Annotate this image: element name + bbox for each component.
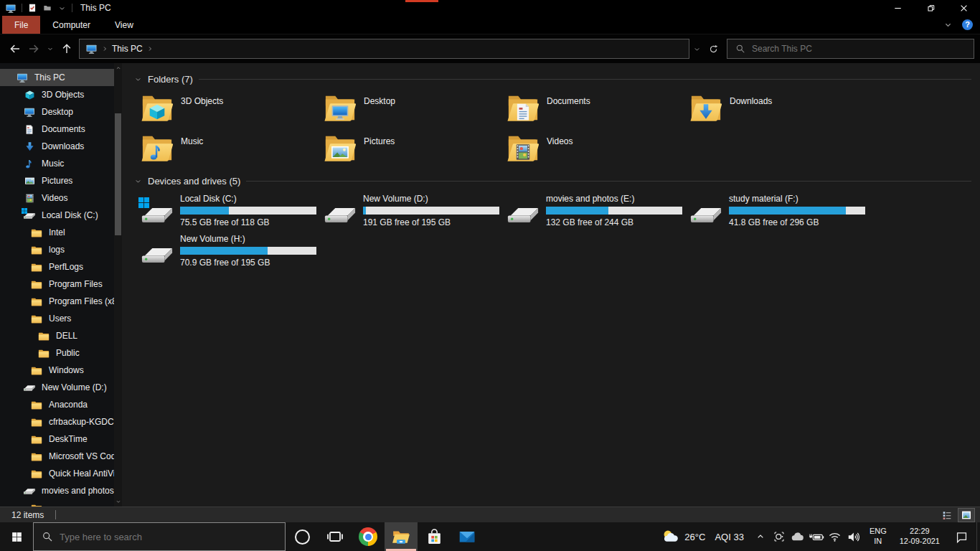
collapse-chevron-icon[interactable] (133, 176, 143, 186)
sidebar-item-public[interactable]: Public (0, 344, 122, 362)
details-view-button[interactable] (939, 509, 955, 522)
search-input[interactable] (752, 44, 966, 54)
tab-computer[interactable]: Computer (40, 16, 103, 34)
folder-tile-3d-objects[interactable]: 3D Objects (141, 90, 324, 131)
sidebar-item-label: PerfLogs (49, 262, 83, 272)
new-folder-icon[interactable] (42, 3, 52, 13)
refresh-button[interactable] (704, 39, 722, 58)
weather-widget[interactable]: 26°C AQI 33 (654, 528, 751, 546)
sidebar-item-3d-objects[interactable]: 3D Objects (0, 86, 122, 103)
language-indicator[interactable]: ENG IN (863, 527, 893, 547)
tab-view[interactable]: View (103, 16, 146, 34)
sidebar-item-item[interactable] (0, 499, 122, 507)
breadcrumb-chevron-icon[interactable] (144, 44, 156, 53)
drive-tile-new-volume-h[interactable]: New Volume (H:)70.9 GB free of 195 GB (141, 234, 324, 274)
sidebar-item-documents[interactable]: Documents (0, 121, 122, 138)
collapse-chevron-icon[interactable] (133, 75, 143, 84)
sidebar-item-movies-and-photos[interactable]: movies and photos ( (0, 482, 122, 499)
recent-locations-icon[interactable] (43, 39, 57, 58)
minimize-button[interactable] (881, 0, 914, 16)
folder-tile-label: Documents (547, 96, 590, 131)
sidebar-item-label: DELL (56, 331, 77, 341)
show-desktop-button[interactable] (976, 522, 980, 551)
cortana-button[interactable] (286, 522, 319, 551)
volume-icon[interactable] (844, 530, 863, 544)
drive-icon (689, 204, 722, 234)
folder-tile-videos[interactable]: Videos (507, 131, 689, 171)
sidebar-item-label: New Volume (D:) (42, 382, 107, 392)
breadcrumb-this-pc[interactable]: This PC (110, 44, 144, 54)
breadcrumb-chevron-icon[interactable] (99, 44, 110, 53)
sidebar-item-videos[interactable]: Videos (0, 189, 122, 207)
snip-tool-icon[interactable] (770, 530, 788, 543)
up-button[interactable] (57, 39, 76, 58)
forward-button[interactable] (24, 39, 43, 58)
close-button[interactable] (947, 0, 980, 16)
customize-toolbar-icon[interactable] (57, 4, 67, 13)
sidebar-item-pictures[interactable]: Pictures (0, 172, 122, 189)
previous-locations-icon[interactable] (689, 39, 704, 58)
show-hidden-icons-chevron[interactable] (751, 531, 770, 542)
drive-tile-local-disk-c[interactable]: Local Disk (C:)75.5 GB free of 118 GB (141, 194, 324, 234)
sidebar-item-cfrbackup-kgdcev[interactable]: cfrbackup-KGDCEV (0, 413, 122, 430)
sidebar-item-this-pc[interactable]: This PC (0, 69, 122, 86)
restore-button[interactable] (914, 0, 947, 16)
sidebar-item-program-files-x86[interactable]: Program Files (x86) (0, 293, 122, 310)
mail-button[interactable] (451, 522, 484, 551)
capacity-bar (363, 207, 499, 215)
sidebar-item-program-files[interactable]: Program Files (0, 276, 122, 293)
folder-tile-music[interactable]: Music (141, 131, 324, 171)
folder-tile-desktop[interactable]: Desktop (324, 90, 507, 131)
folders-section-header: Folders (7) (133, 72, 980, 86)
file-explorer-button[interactable] (385, 522, 418, 551)
taskbar-search-input[interactable] (60, 532, 277, 542)
start-button[interactable] (0, 522, 33, 551)
sidebar-item-desktime[interactable]: DeskTime (0, 430, 122, 448)
large-icons-view-button[interactable] (958, 509, 974, 522)
window-controls (881, 0, 980, 16)
expand-ribbon-icon[interactable] (943, 19, 953, 30)
sidebar-item-label: Downloads (42, 141, 84, 151)
sidebar-item-logs[interactable]: logs (0, 241, 122, 258)
battery-icon[interactable] (807, 530, 826, 544)
sidebar-item-quick-heal-antivir[interactable]: Quick Heal AntiVir (0, 465, 122, 482)
sidebar-item-dell[interactable]: DELL (0, 327, 122, 344)
task-view-button[interactable] (319, 522, 352, 551)
sidebar-item-users[interactable]: Users (0, 310, 122, 327)
drive-tile-new-volume-d[interactable]: New Volume (D:)191 GB free of 195 GB (324, 194, 507, 234)
sidebar-item-perflogs[interactable]: PerfLogs (0, 258, 122, 276)
sidebar-item-local-disk-c[interactable]: Local Disk (C:) (0, 207, 122, 224)
chrome-button[interactable] (352, 522, 385, 551)
status-bar: 12 items (0, 507, 980, 522)
sidebar-item-desktop[interactable]: Desktop (0, 103, 122, 121)
drive-tile-movies-and-photos-e[interactable]: movies and photos (E:)132 GB free of 244… (507, 194, 689, 234)
scrollbar-thumb[interactable] (115, 113, 121, 235)
scroll-down-icon[interactable] (114, 497, 122, 506)
folder-tile-pictures[interactable]: Pictures (324, 131, 507, 171)
search-box[interactable] (727, 39, 974, 59)
taskbar-search-box[interactable] (33, 522, 286, 551)
sidebar-item-music[interactable]: Music (0, 155, 122, 172)
folder-tile-downloads[interactable]: Downloads (689, 90, 872, 131)
scroll-up-icon[interactable] (114, 64, 122, 72)
sidebar-item-windows[interactable]: Windows (0, 362, 122, 379)
sidebar-item-intel[interactable]: Intel (0, 224, 122, 241)
sidebar-item-anaconda[interactable]: Anaconda (0, 396, 122, 413)
action-center-icon[interactable] (946, 522, 976, 551)
back-button[interactable] (6, 39, 24, 58)
onedrive-icon[interactable] (788, 530, 807, 544)
microsoft-store-button[interactable] (418, 522, 451, 551)
properties-icon[interactable] (27, 3, 37, 13)
tab-file[interactable]: File (2, 16, 40, 34)
sidebar-scrollbar[interactable] (114, 63, 122, 507)
address-bar[interactable]: This PC (79, 39, 689, 59)
help-icon[interactable]: ? (962, 19, 973, 30)
clock[interactable]: 22:29 12-09-2021 (893, 527, 946, 547)
folder-tile-documents[interactable]: Documents (507, 90, 689, 131)
navigation-bar: This PC (0, 34, 980, 63)
sidebar-item-microsoft-vs-code[interactable]: Microsoft VS Code (0, 448, 122, 465)
wifi-icon[interactable] (826, 530, 844, 544)
sidebar-item-downloads[interactable]: Downloads (0, 138, 122, 155)
drive-tile-study-material-f[interactable]: study material (F:)41.8 GB free of 296 G… (689, 194, 872, 234)
sidebar-item-new-volume-d[interactable]: New Volume (D:) (0, 379, 122, 396)
